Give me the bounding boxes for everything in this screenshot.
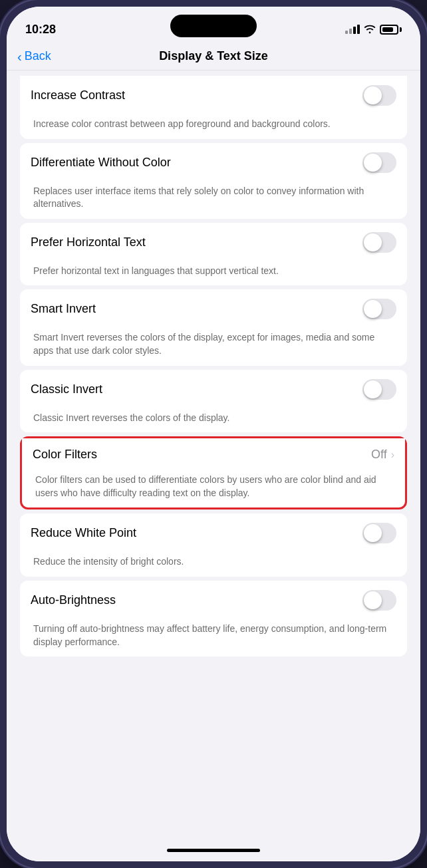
- color-filters-label: Color Filters: [33, 448, 97, 462]
- settings-content[interactable]: Increase Contrast Increase color contras…: [7, 71, 420, 839]
- back-button[interactable]: ‹ Back: [17, 49, 51, 63]
- smart-invert-toggle[interactable]: [362, 299, 396, 319]
- reduce-white-point-toggle[interactable]: [362, 523, 396, 543]
- color-filters-card[interactable]: Color Filters Off › Color filters can be…: [20, 436, 407, 509]
- phone-frame: 10:28 ‹ Back: [0, 0, 427, 868]
- status-time: 10:28: [25, 23, 56, 37]
- color-filters-value: Off: [371, 448, 387, 462]
- dynamic-island: [170, 15, 257, 37]
- prefer-horizontal-text-label: Prefer Horizontal Text: [31, 235, 146, 249]
- color-filters-chevron-icon: ›: [391, 449, 394, 461]
- status-bar: 10:28: [7, 7, 420, 44]
- smart-invert-label: Smart Invert: [31, 302, 96, 316]
- prefer-horizontal-text-description: Prefer horizontal text in languages that…: [20, 262, 407, 286]
- wifi-icon: [364, 25, 376, 34]
- classic-invert-description: Classic Invert reverses the colors of th…: [20, 409, 407, 433]
- increase-contrast-description: Increase color contrast between app fore…: [20, 115, 407, 139]
- smart-invert-row[interactable]: Smart Invert: [20, 289, 407, 329]
- battery-icon: [380, 25, 402, 35]
- reduce-white-point-description: Reduce the intensity of bright colors.: [20, 553, 407, 577]
- phone-screen: 10:28 ‹ Back: [7, 7, 420, 861]
- prefer-horizontal-text-card: Prefer Horizontal Text Prefer horizontal…: [20, 223, 407, 286]
- auto-brightness-toggle[interactable]: [362, 590, 396, 611]
- differentiate-without-color-description: Replaces user interface items that rely …: [20, 182, 407, 219]
- classic-invert-toggle[interactable]: [362, 379, 396, 400]
- increase-contrast-toggle[interactable]: [362, 85, 396, 106]
- auto-brightness-row[interactable]: Auto-Brightness: [20, 581, 407, 620]
- back-chevron-icon: ‹: [17, 50, 22, 63]
- color-filters-value-group: Off ›: [371, 448, 394, 462]
- auto-brightness-card: Auto-Brightness Turning off auto-brightn…: [20, 581, 407, 656]
- prefer-horizontal-text-row[interactable]: Prefer Horizontal Text: [20, 223, 407, 262]
- auto-brightness-label: Auto-Brightness: [31, 593, 116, 607]
- signal-icon: [345, 25, 360, 34]
- reduce-white-point-label: Reduce White Point: [31, 526, 136, 540]
- nav-bar: ‹ Back Display & Text Size: [7, 44, 420, 71]
- status-icons: [345, 25, 402, 35]
- increase-contrast-card: Increase Contrast Increase color contras…: [20, 76, 407, 139]
- reduce-white-point-card: Reduce White Point Reduce the intensity …: [20, 513, 407, 577]
- color-filters-row[interactable]: Color Filters Off ›: [22, 438, 405, 471]
- increase-contrast-label: Increase Contrast: [31, 88, 125, 102]
- classic-invert-card: Classic Invert Classic Invert reverses t…: [20, 370, 407, 433]
- smart-invert-card: Smart Invert Smart Invert reverses the c…: [20, 289, 407, 365]
- color-filters-description: Color filters can be used to differentia…: [22, 471, 405, 507]
- back-label: Back: [25, 49, 51, 63]
- differentiate-without-color-card: Differentiate Without Color Replaces use…: [20, 143, 407, 219]
- page-title: Display & Text Size: [159, 49, 268, 63]
- differentiate-without-color-label: Differentiate Without Color: [31, 156, 171, 170]
- home-bar: [167, 849, 260, 852]
- increase-contrast-row[interactable]: Increase Contrast: [20, 76, 407, 115]
- classic-invert-label: Classic Invert: [31, 382, 102, 396]
- classic-invert-row[interactable]: Classic Invert: [20, 370, 407, 409]
- smart-invert-description: Smart Invert reverses the colors of the …: [20, 329, 407, 365]
- differentiate-without-color-toggle[interactable]: [362, 152, 396, 173]
- home-indicator: [7, 839, 420, 861]
- auto-brightness-description: Turning off auto-brightness may affect b…: [20, 620, 407, 656]
- reduce-white-point-row[interactable]: Reduce White Point: [20, 513, 407, 553]
- prefer-horizontal-text-toggle[interactable]: [362, 232, 396, 253]
- differentiate-without-color-row[interactable]: Differentiate Without Color: [20, 143, 407, 182]
